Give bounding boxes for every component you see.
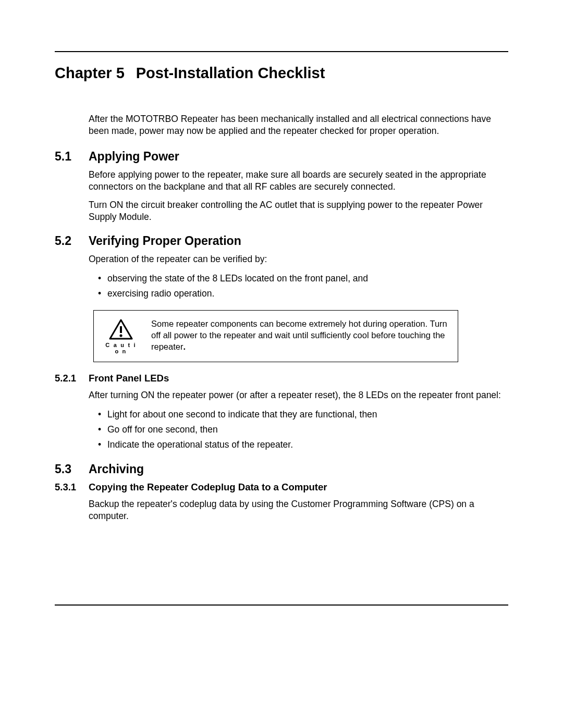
subsection-number: 5.3.1: [55, 482, 89, 493]
body-paragraph: Turn ON the circuit breaker controlling …: [89, 199, 508, 223]
document-page: Chapter 5Post-Installation Checklist Aft…: [0, 0, 563, 728]
top-rule: [55, 51, 508, 52]
chapter-number: Chapter 5: [55, 65, 125, 81]
bullet-list: Light for about one second to indicate t…: [89, 408, 508, 452]
body-paragraph: Before applying power to the repeater, m…: [89, 169, 508, 193]
caution-text: Some repeater components can become extr…: [151, 318, 448, 353]
section-5-2: 5.2 Verifying Proper Operation Operation…: [55, 234, 508, 452]
section-number: 5.3: [55, 462, 89, 476]
subsection-title: Copying the Repeater Codeplug Data to a …: [89, 482, 327, 493]
section-5-1: 5.1 Applying Power Before applying power…: [55, 150, 508, 223]
list-item: Indicate the operational status of the r…: [107, 438, 508, 452]
section-title: Archiving: [89, 462, 144, 476]
section-5-3: 5.3 Archiving 5.3.1 Copying the Repeater…: [55, 462, 508, 522]
svg-rect-1: [120, 326, 122, 333]
subsection-heading: 5.2.1 Front Panel LEDs: [55, 373, 508, 384]
subsection-heading: 5.3.1 Copying the Repeater Codeplug Data…: [55, 482, 508, 493]
bullet-list: observing the state of the 8 LEDs locate…: [89, 272, 508, 301]
section-heading: 5.3 Archiving: [55, 462, 508, 476]
section-title: Applying Power: [89, 150, 179, 164]
chapter-intro: After the MOTOTRBO Repeater has been mec…: [89, 113, 508, 137]
caution-label: C a u t i o n: [103, 342, 139, 354]
caution-text-content: Some repeater components can become extr…: [151, 319, 447, 352]
chapter-title: Chapter 5Post-Installation Checklist: [55, 65, 508, 82]
body-paragraph: After turning ON the repeater power (or …: [89, 389, 508, 401]
caution-period: .: [183, 342, 186, 351]
svg-point-2: [119, 334, 122, 337]
body-paragraph: Operation of the repeater can be verifie…: [89, 253, 508, 265]
section-title: Verifying Proper Operation: [89, 234, 241, 248]
caution-box: C a u t i o n Some repeater components c…: [93, 310, 458, 362]
section-heading: 5.2 Verifying Proper Operation: [55, 234, 508, 248]
list-item: observing the state of the 8 LEDs locate…: [107, 272, 508, 286]
subsection-title: Front Panel LEDs: [89, 373, 169, 384]
body-paragraph: Backup the repeater's codeplug data by u…: [89, 498, 508, 522]
list-item: Light for about one second to indicate t…: [107, 408, 508, 422]
list-item: Go off for one second, then: [107, 423, 508, 437]
section-heading: 5.1 Applying Power: [55, 150, 508, 164]
subsection-number: 5.2.1: [55, 373, 89, 384]
caution-triangle-icon: [109, 319, 133, 340]
section-number: 5.2: [55, 234, 89, 248]
caution-icon-wrap: C a u t i o n: [103, 318, 139, 354]
list-item: exercising radio operation.: [107, 287, 508, 301]
bottom-rule: [55, 604, 508, 606]
section-number: 5.1: [55, 150, 89, 164]
chapter-title-text: Post-Installation Checklist: [136, 65, 325, 81]
